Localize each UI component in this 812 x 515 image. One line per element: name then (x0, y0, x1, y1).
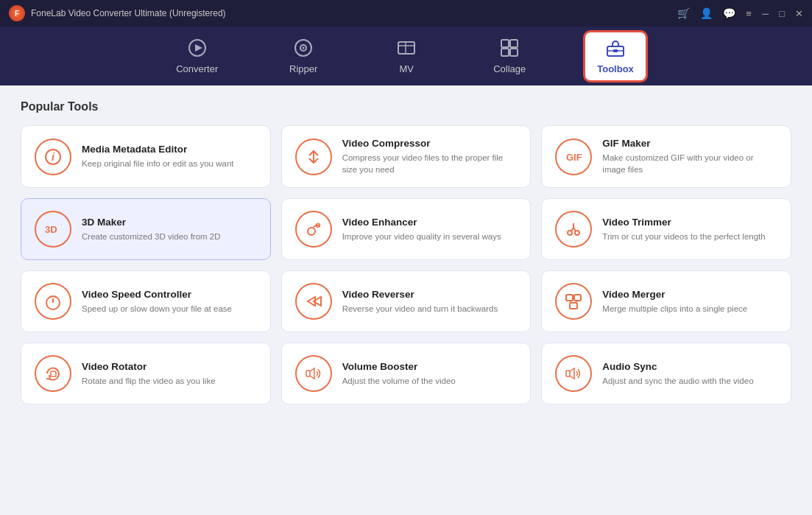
svg-rect-5 (398, 42, 414, 54)
title-bar-controls: 🛒 👤 💬 ≡ ─ □ ✕ (677, 7, 803, 19)
media-metadata-editor-icon: i (35, 139, 71, 175)
cart-icon[interactable]: 🛒 (677, 7, 690, 19)
svg-rect-35 (51, 371, 56, 376)
video-trimmer-icon (555, 211, 592, 248)
svg-point-20 (308, 228, 315, 235)
video-enhancer-desc: Improve your video quality in several wa… (342, 231, 518, 242)
title-bar: F FoneLab Video Converter Ultimate (Unre… (0, 0, 812, 27)
video-speed-controller-icon (35, 283, 71, 320)
profile-icon[interactable]: 👤 (700, 7, 713, 19)
main-content: Popular Tools iMedia Metadata EditorKeep… (0, 85, 812, 515)
nav-item-mv[interactable]: MV (377, 32, 436, 80)
tools-grid: iMedia Metadata EditorKeep original file… (21, 125, 791, 404)
video-enhancer-icon (295, 211, 332, 248)
svg-rect-11 (510, 49, 518, 56)
video-merger-desc: Merge multiple clips into a single piece (602, 303, 777, 315)
section-title: Popular Tools (21, 100, 791, 113)
close-button[interactable]: ✕ (795, 8, 803, 19)
video-rotator-desc: Rotate and flip the video as you like (82, 375, 257, 387)
tool-card-gif-maker[interactable]: GIFGIF MakerMake customized GIF with you… (541, 125, 791, 188)
minimize-button[interactable]: ─ (762, 8, 769, 19)
svg-text:GIF: GIF (566, 152, 582, 163)
svg-rect-10 (501, 49, 509, 56)
svg-rect-31 (574, 295, 581, 301)
video-enhancer-name: Video Enhancer (342, 217, 518, 228)
collage-label: Collage (493, 63, 526, 74)
tool-card-video-speed-controller[interactable]: Video Speed ControllerSpeed up or slow d… (21, 270, 271, 332)
collage-icon (500, 38, 519, 60)
nav-item-collage[interactable]: Collage (480, 32, 539, 80)
svg-rect-14 (613, 49, 618, 52)
video-reverser-name: Video Reverser (342, 289, 518, 300)
video-speed-controller-name: Video Speed Controller (82, 289, 257, 300)
video-merger-icon (555, 283, 592, 320)
video-rotator-info: Video RotatorRotate and flip the video a… (82, 361, 257, 387)
svg-rect-32 (570, 303, 577, 309)
volume-booster-name: Volume Booster (342, 361, 518, 372)
svg-rect-8 (501, 40, 509, 47)
ripper-icon (294, 38, 313, 60)
audio-sync-name: Audio Sync (602, 361, 777, 372)
menu-icon[interactable]: ≡ (746, 8, 752, 19)
gif-maker-desc: Make customized GIF with your video or i… (602, 152, 777, 175)
gif-maker-name: GIF Maker (602, 138, 777, 149)
video-reverser-info: Video ReverserReverse your video and tur… (342, 289, 518, 315)
app-logo: F (9, 5, 25, 21)
video-reverser-icon (295, 283, 332, 320)
app-title: FoneLab Video Converter Ultimate (Unregi… (31, 8, 226, 18)
3d-maker-desc: Create customized 3D video from 2D (82, 231, 257, 242)
tool-card-video-reverser[interactable]: Video ReverserReverse your video and tur… (281, 270, 532, 332)
gif-maker-icon: GIF (555, 139, 592, 175)
nav-item-ripper[interactable]: Ripper (274, 32, 333, 80)
3d-maker-icon: 3D (35, 211, 71, 248)
audio-sync-icon (555, 355, 592, 392)
tool-card-video-rotator[interactable]: Video RotatorRotate and flip the video a… (21, 343, 271, 404)
tool-card-volume-booster[interactable]: Volume BoosterAdjust the volume of the v… (281, 343, 532, 404)
nav-item-toolbox[interactable]: Toolbox (583, 30, 648, 83)
video-compressor-desc: Compress your video files to the proper … (342, 152, 518, 175)
video-compressor-name: Video Compressor (342, 138, 518, 149)
video-trimmer-info: Video TrimmerTrim or cut your videos to … (602, 217, 777, 242)
volume-booster-icon (295, 355, 332, 392)
tool-card-video-trimmer[interactable]: Video TrimmerTrim or cut your videos to … (541, 198, 791, 260)
tool-card-audio-sync[interactable]: Audio SyncAdjust and sync the audio with… (541, 343, 791, 404)
3d-maker-name: 3D Maker (82, 217, 257, 228)
chat-icon[interactable]: 💬 (723, 7, 735, 19)
svg-rect-9 (510, 40, 518, 47)
volume-booster-desc: Adjust the volume of the video (342, 375, 518, 387)
video-merger-info: Video MergerMerge multiple clips into a … (602, 289, 777, 315)
video-speed-controller-desc: Speed up or slow down your file at ease (82, 303, 257, 315)
media-metadata-editor-name: Media Metadata Editor (82, 144, 257, 155)
converter-icon (188, 38, 207, 60)
tool-card-media-metadata-editor[interactable]: iMedia Metadata EditorKeep original file… (21, 125, 271, 188)
tool-card-video-compressor[interactable]: Video CompressorCompress your video file… (281, 125, 532, 188)
tool-card-video-enhancer[interactable]: Video EnhancerImprove your video quality… (281, 198, 532, 260)
title-bar-left: F FoneLab Video Converter Ultimate (Unre… (9, 5, 226, 21)
nav-item-converter[interactable]: Converter (164, 32, 230, 80)
svg-rect-36 (306, 371, 310, 376)
svg-line-25 (573, 228, 576, 231)
svg-text:i: i (52, 151, 55, 163)
3d-maker-info: 3D MakerCreate customized 3D video from … (82, 217, 257, 242)
video-compressor-icon (295, 139, 332, 175)
audio-sync-info: Audio SyncAdjust and sync the audio with… (602, 361, 777, 387)
video-rotator-name: Video Rotator (82, 361, 257, 372)
video-rotator-icon (35, 355, 71, 392)
volume-booster-info: Volume BoosterAdjust the volume of the v… (342, 361, 518, 387)
mv-icon (397, 38, 416, 60)
svg-point-4 (303, 46, 305, 49)
toolbox-label: Toolbox (597, 63, 634, 74)
tool-card-3d-maker[interactable]: 3D3D MakerCreate customized 3D video fro… (21, 198, 271, 260)
maximize-button[interactable]: □ (779, 8, 785, 19)
tool-card-video-merger[interactable]: Video MergerMerge multiple clips into a … (541, 270, 791, 332)
gif-maker-info: GIF MakerMake customized GIF with your v… (602, 138, 777, 175)
video-enhancer-info: Video EnhancerImprove your video quality… (342, 217, 518, 242)
svg-rect-37 (566, 371, 570, 376)
audio-sync-desc: Adjust and sync the audio with the video (602, 375, 777, 387)
converter-label: Converter (176, 63, 218, 74)
ripper-label: Ripper (289, 63, 317, 74)
video-trimmer-name: Video Trimmer (602, 217, 777, 228)
video-reverser-desc: Reverse your video and turn it backwards (342, 303, 518, 315)
media-metadata-editor-info: Media Metadata EditorKeep original file … (82, 144, 257, 169)
video-merger-name: Video Merger (602, 289, 777, 300)
